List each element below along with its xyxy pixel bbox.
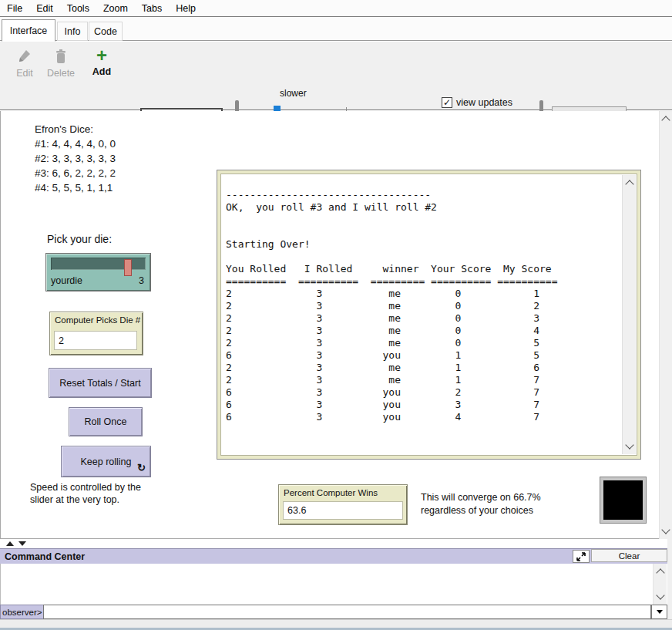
scroll-up-icon[interactable] [656,568,664,577]
tab-interface[interactable]: Interface [2,19,55,42]
window-bottom-edge [0,619,672,630]
triangle-down-icon [657,610,663,614]
scroll-up-icon[interactable] [625,180,633,188]
command-center-header: Command Center Clear [0,548,667,564]
triangle-up-icon[interactable] [6,541,14,546]
pencil-icon [17,49,32,66]
scroll-down-icon[interactable] [661,525,670,534]
command-center-title: Command Center [0,551,85,562]
reset-totals-button[interactable]: Reset Totals / Start [49,368,152,398]
percent-computer-wins-value: 63.6 [283,501,403,520]
trash-icon [54,49,68,66]
command-history-button[interactable] [651,605,667,619]
view-updates-checkbox[interactable]: ✓ [442,97,452,108]
pick-your-die-label: Pick your die: [47,233,112,245]
netlogo-window: File Edit Tools Zoom Tabs Help Interface… [0,0,672,630]
computer-picks-die-value: 2 [54,331,137,350]
yourdie-slider[interactable]: yourdie 3 [45,253,151,291]
world-view-canvas [603,480,643,520]
add-button[interactable]: + Add [86,47,117,77]
scroll-down-icon[interactable] [656,591,664,599]
roll-once-button[interactable]: Roll Once [69,407,143,436]
converge-note: This will converge on 66.7% regardless o… [421,491,541,517]
speed-slider-label: slower [280,88,307,99]
clear-button[interactable]: Clear [591,549,667,562]
output-text: ---------------------------------- OK, y… [226,177,620,453]
expand-button[interactable] [573,550,590,563]
menu-edit[interactable]: Edit [29,2,60,15]
menu-bar: File Edit Tools Zoom Tabs Help [0,0,672,17]
menu-zoom[interactable]: Zoom [96,2,135,15]
delete-button[interactable]: Delete [43,49,79,79]
observer-prompt: observer> [0,605,43,619]
yourdie-slider-handle[interactable] [124,259,132,276]
yourdie-slider-name: yourdie [51,275,82,286]
world-view[interactable] [600,477,647,524]
menu-file[interactable]: File [0,2,29,15]
view-updates-control: ✓ view updates [442,97,512,108]
main-scrollbar[interactable] [659,111,672,539]
command-center-resize-handle[interactable] [6,541,26,546]
right-gutter [667,539,672,619]
menu-help[interactable]: Help [169,2,203,15]
output-widget: ---------------------------------- OK, y… [217,170,641,460]
scroll-up-icon[interactable] [661,116,670,124]
menu-tools[interactable]: Tools [60,2,96,15]
interface-canvas: Efron's Dice: #1: 4, 4, 4, 4, 0, 0 #2: 3… [0,111,672,539]
scroll-down-icon[interactable] [625,440,633,449]
keep-rolling-button[interactable]: Keep rolling ↻ [61,446,151,477]
yourdie-slider-track[interactable] [51,258,146,270]
tab-code[interactable]: Code [89,22,123,41]
command-center-input-row: observer> [0,605,667,619]
edit-button[interactable]: Edit [9,49,40,79]
tab-bar: Interface Info Code [0,18,672,41]
command-center-output [0,564,667,605]
menu-tabs[interactable]: Tabs [135,2,169,15]
view-updates-label: view updates [456,97,512,108]
diagonal-arrows-icon [576,552,586,561]
dice-note: Efron's Dice: #1: 4, 4, 4, 4, 0, 0 #2: 3… [35,122,116,195]
tab-info[interactable]: Info [57,22,88,41]
plus-icon: + [96,47,107,64]
percent-computer-wins-monitor: Percent Computer Wins 63.6 [278,484,408,525]
computer-picks-die-monitor: Computer Picks Die # 2 [49,312,143,355]
toolbar: Edit Delete + Add *abc Button slower tic… [0,42,672,110]
forever-icon: ↻ [137,462,146,473]
command-input[interactable] [43,605,651,619]
output-scrollbar[interactable] [622,175,636,454]
triangle-down-icon[interactable] [18,541,26,546]
command-center-scrollbar[interactable] [653,564,667,605]
yourdie-slider-value: 3 [139,275,144,286]
speed-note: Speed is controlled by the slider at the… [30,481,141,506]
